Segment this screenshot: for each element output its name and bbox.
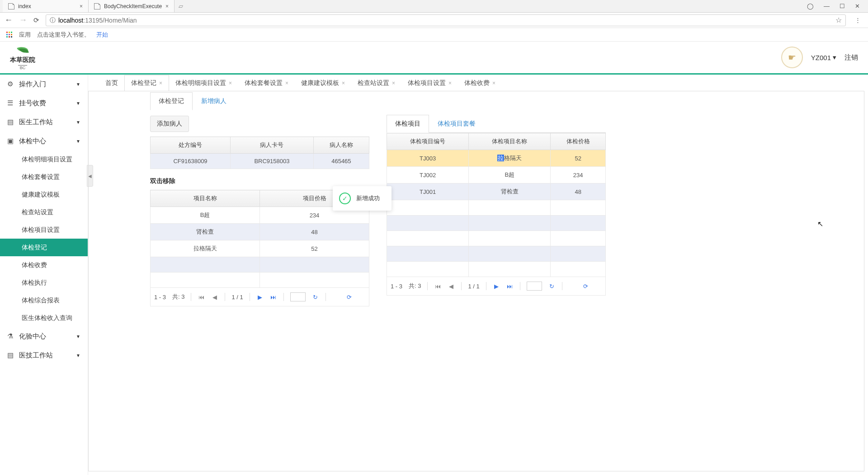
bookmark-start[interactable]: 开始 [96,31,108,39]
cell: B超 [469,167,551,183]
category-icon: ▤ [7,118,14,126]
table-row[interactable]: TJ002B超234 [387,167,606,183]
left-pager: 1 - 3 共: 3 ⏮ ◀ 1 / 1 ▶ ⏭ ↻ [150,288,369,306]
sub-tab-packages[interactable]: 体检项目套餐 [429,115,484,133]
close-tab-icon[interactable]: × [159,80,162,86]
close-tab-icon[interactable]: × [229,80,232,86]
page-input[interactable] [290,292,306,301]
kebab-icon[interactable]: ⋮ [852,17,863,24]
page-tab[interactable]: 首页 [99,75,124,91]
page-tab[interactable]: 体检登记× [124,75,169,91]
refresh-icon[interactable]: ⟳ [346,294,353,301]
browser-tab-1[interactable]: BodyCheckItemExecute × [89,0,175,12]
logo: 本草医院 BC [10,45,35,70]
sidebar-item[interactable]: 体检套餐设置 [0,168,88,186]
user-dropdown[interactable]: YZ001 ▾ [811,53,836,61]
go-page-icon[interactable]: ↻ [312,294,319,301]
sidebar-item[interactable]: 检查站设置 [0,203,88,221]
close-icon[interactable]: × [80,3,83,9]
table-row[interactable]: TJ003拉格隔天52 [387,150,606,167]
reload-icon[interactable]: ⟳ [33,16,39,24]
sidebar-item[interactable]: 体检收费 [0,256,88,274]
cell: 拉格隔天 [151,240,260,257]
close-icon[interactable]: × [165,3,169,9]
cell: 拉格隔天 [469,150,551,167]
page-tab[interactable]: 健康建议模板× [295,75,351,91]
chevron-down-icon: ▼ [76,139,80,144]
add-patient-button[interactable]: 添加病人 [150,116,189,132]
prev-page-icon[interactable]: ◀ [211,294,218,301]
cell: TJ001 [387,183,469,200]
cell: B超 [151,207,260,224]
go-page-icon[interactable]: ↻ [548,283,556,290]
sub-tab-items[interactable]: 体检项目 [387,115,429,133]
last-page-icon[interactable]: ⏭ [506,283,514,290]
first-page-icon[interactable]: ⏮ [198,294,205,301]
sidebar-cat[interactable]: ⚙操作入门▼ [0,75,88,94]
content: 首页体检登记×体检明细项目设置×体检套餐设置×健康建议模板×检查站设置×体检项目… [88,75,868,475]
prev-page-icon[interactable]: ◀ [448,283,455,290]
close-tab-icon[interactable]: × [342,80,345,86]
th-price: 体检价格 [551,133,606,150]
avatar[interactable]: ☛ [781,47,803,68]
refresh-icon[interactable]: ⟳ [582,283,590,290]
page-tab[interactable]: 体检明细项目设置× [169,75,238,91]
table-row[interactable]: 拉格隔天52 [151,240,369,257]
close-tab-icon[interactable]: × [492,80,495,86]
sidebar-item[interactable]: 体检执行 [0,274,88,292]
sidebar-item[interactable]: 体检登记 [0,239,88,256]
sidebar-item[interactable]: 健康建议模板 [0,186,88,203]
maximize-icon[interactable]: ☐ [840,3,845,9]
cell: 465465 [313,154,369,169]
table-row[interactable]: CF91638009 BRC9158003 465465 [151,154,369,169]
close-tab-icon[interactable]: × [285,80,288,86]
apps-icon[interactable] [6,32,13,38]
table-row[interactable]: 肾检查48 [151,224,369,240]
page-tab[interactable]: 体检收费× [458,75,502,91]
close-tab-icon[interactable]: × [448,80,452,86]
chevron-down-icon: ▾ [833,53,836,61]
apps-label[interactable]: 应用 [19,31,31,39]
sidebar-cat[interactable]: ▤医技工作站▼ [0,346,88,365]
browser-tab-0[interactable]: index × [3,0,89,12]
page-input[interactable] [527,282,542,291]
url-input[interactable]: ⓘ localhost:13195/Home/Mian ☆ [46,14,846,26]
table-row[interactable]: TJ001肾检查48 [387,183,606,200]
next-page-icon[interactable]: ▶ [256,294,264,301]
chevron-down-icon: ▼ [76,82,80,87]
cell: 234 [551,167,606,183]
next-page-icon[interactable]: ▶ [493,283,500,290]
chevron-down-icon: ▼ [76,120,80,125]
sidebar-item[interactable]: 医生体检收入查询 [0,309,88,327]
sidebar-item[interactable]: 体检项目设置 [0,221,88,239]
sidebar-cat[interactable]: ▤医生工作站▼ [0,113,88,132]
sidebar-item[interactable]: 体检综合报表 [0,292,88,309]
hospital-sub: BC [18,65,28,70]
account-icon[interactable]: ◯ [807,3,814,9]
close-window-icon[interactable]: ✕ [855,3,860,9]
logout-link[interactable]: 注销 [844,53,858,62]
sidebar-cat[interactable]: ⚗化验中心▼ [0,327,88,346]
inner-tab-register[interactable]: 体检登记 [150,92,193,110]
page-tab[interactable]: 体检套餐设置× [238,75,295,91]
back-icon[interactable]: ← [5,15,13,25]
close-tab-icon[interactable]: × [392,80,395,86]
cell: BRC9158003 [231,154,314,169]
page-tab[interactable]: 体检项目设置× [401,75,458,91]
inner-tab-new-patient[interactable]: 新增病人 [193,92,235,110]
minimize-icon[interactable]: — [824,3,830,9]
cell: 肾检查 [151,224,260,240]
chevron-down-icon: ▼ [76,334,80,339]
sidebar-item[interactable]: 体检明细项目设置 [0,150,88,168]
category-label: 挂号收费 [19,99,46,108]
page-tab[interactable]: 检查站设置× [351,75,401,91]
bookmark-star-icon[interactable]: ☆ [835,16,842,24]
page-body: 体检登记 新增病人 添加病人 处方编号 病人卡号 病人名称 CF91638009 [88,91,864,471]
last-page-icon[interactable]: ⏭ [270,294,277,301]
first-page-icon[interactable]: ⏮ [434,283,441,290]
new-tab-button[interactable]: ▱ [175,0,187,12]
forward-icon[interactable]: → [19,15,27,25]
sidebar-cat[interactable]: ▣体检中心▼ [0,132,88,150]
th-name: 病人名称 [313,137,369,154]
sidebar-cat[interactable]: ☰挂号收费▼ [0,94,88,113]
